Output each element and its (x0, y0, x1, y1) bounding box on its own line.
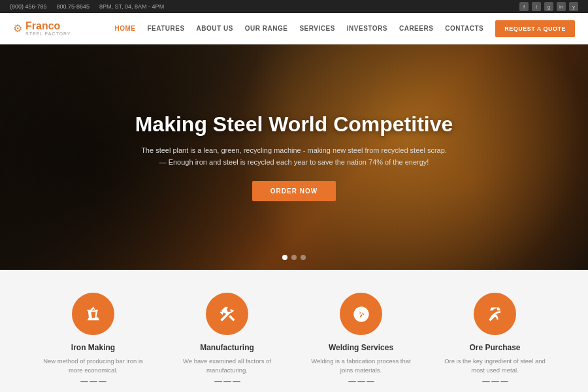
manufacturing-title: Manufacturing (200, 343, 254, 352)
feature-dot (233, 381, 240, 382)
dot-2[interactable] (291, 255, 297, 260)
nav-investors[interactable]: Investors (347, 25, 387, 32)
feature-dot (90, 381, 97, 382)
social-google[interactable]: g (544, 2, 553, 11)
ore-purchase-title: Ore Purchase (469, 343, 520, 352)
ore-purchase-dots (482, 381, 508, 382)
logo-text: Franco Steel Factory (25, 21, 71, 36)
feature-dot (348, 381, 356, 382)
social-linkedin[interactable]: in (557, 2, 566, 11)
hero-desc-line2: — Enough iron and steel is recycled each… (159, 158, 429, 166)
topbar-phone2: 800.75-8645 (57, 3, 90, 10)
logo-name: Franco (25, 21, 71, 31)
feature-dot (357, 381, 365, 382)
manufacturing-icon-circle (206, 293, 248, 335)
hero-description: The steel plant is a lean, green, recycl… (135, 145, 453, 168)
social-youtube[interactable]: y (569, 2, 578, 11)
feature-manufacturing: Manufacturing We have examined all facto… (175, 293, 280, 382)
topbar-social: f t g in y (519, 2, 578, 11)
request-quote-button[interactable]: Request a Quote (495, 20, 575, 37)
feature-dot (491, 381, 499, 382)
feature-dot (99, 381, 106, 382)
logo-icon: ⚙ (13, 22, 22, 35)
ore-purchase-icon-circle (474, 293, 516, 335)
hero-section: Making Steel World Competitive The steel… (0, 44, 588, 270)
nav-services[interactable]: Services (299, 25, 335, 32)
feature-ore-purchase: Ore Purchase Ore is the key ingredient o… (443, 293, 547, 382)
feature-dot (367, 381, 374, 382)
ore-purchase-icon (486, 305, 504, 323)
hero-content: Making Steel World Competitive The steel… (135, 113, 453, 201)
nav-features[interactable]: Features (147, 25, 184, 32)
manufacturing-icon (218, 305, 237, 323)
topbar-hours: 8PM, ST, 04, 8AM - 4PM (99, 3, 164, 10)
dot-1[interactable] (282, 255, 287, 260)
welding-dots (348, 381, 374, 382)
topbar: (800) 456-785 800.75-8645 8PM, ST, 04, 8… (0, 0, 588, 13)
nav-range[interactable]: Our Range (245, 25, 288, 32)
manufacturing-dots (214, 381, 240, 382)
main-nav: Home Features About Us Our Range Service… (114, 20, 575, 37)
nav-contacts[interactable]: Contacts (445, 25, 483, 32)
welding-desc: Welding is a fabrication process that jo… (309, 357, 414, 376)
order-now-button[interactable]: Order Now (252, 181, 336, 201)
iron-making-desc: New method of producing bar iron is more… (41, 357, 146, 376)
nav-careers[interactable]: Careers (399, 25, 433, 32)
dot-3[interactable] (301, 255, 306, 260)
hero-title: Making Steel World Competitive (135, 113, 453, 136)
feature-dot (500, 381, 508, 382)
logo[interactable]: ⚙ Franco Steel Factory (13, 21, 71, 36)
social-facebook[interactable]: f (519, 2, 529, 11)
feature-dot (223, 381, 231, 382)
hero-desc-line1: The steel plant is a lean, green, recycl… (141, 146, 447, 154)
manufacturing-desc: We have examined all factors of manufact… (175, 357, 280, 376)
features-section: Iron Making New method of producing bar … (0, 270, 588, 392)
topbar-phone1: (800) 456-785 (10, 3, 47, 10)
ore-purchase-desc: Ore is the key ingredient of steel and m… (443, 357, 547, 376)
feature-dot (80, 381, 88, 382)
iron-making-dots (80, 381, 106, 382)
social-twitter[interactable]: t (532, 2, 541, 11)
welding-icon (352, 305, 370, 323)
welding-title: Welding Services (329, 343, 393, 352)
iron-making-icon-circle (72, 293, 114, 335)
feature-dot (214, 381, 222, 382)
hero-slider-dots (282, 255, 306, 260)
iron-making-title: Iron Making (71, 343, 115, 352)
iron-making-icon (84, 305, 103, 323)
feature-dot (482, 381, 490, 382)
nav-home[interactable]: Home (114, 25, 135, 32)
feature-iron-making: Iron Making New method of producing bar … (41, 293, 146, 382)
logo-subtitle: Steel Factory (25, 31, 71, 36)
welding-icon-circle (340, 293, 382, 335)
feature-welding: Welding Services Welding is a fabricatio… (309, 293, 414, 382)
nav-about[interactable]: About Us (197, 25, 233, 32)
header: ⚙ Franco Steel Factory Home Features Abo… (0, 13, 588, 44)
